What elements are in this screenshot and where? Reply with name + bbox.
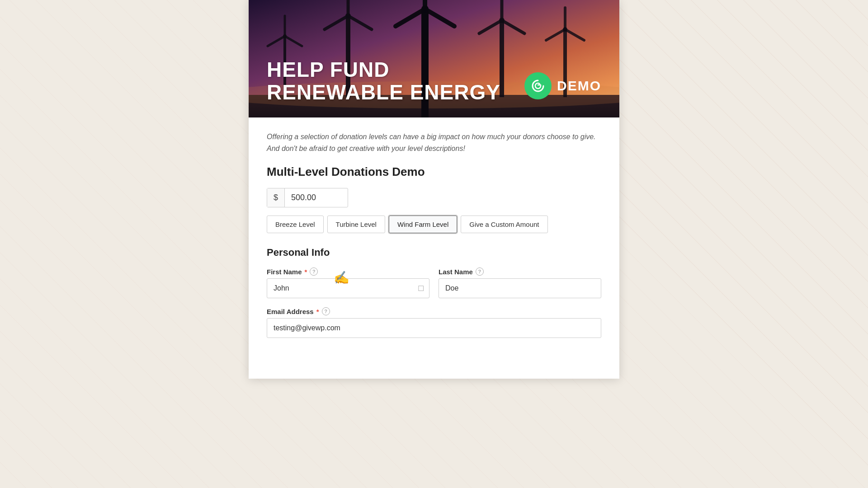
name-row: First Name * ? ☐ Last Name ? <box>267 267 601 298</box>
email-help-icon[interactable]: ? <box>322 307 330 315</box>
first-name-input-wrapper: ☐ <box>267 278 429 298</box>
amount-wrapper: $ <box>267 188 348 207</box>
hero-title-line2: RENEWABLE ENERGY <box>267 81 500 104</box>
hero-banner: HELP FUND RENEWABLE ENERGY DEMO <box>249 0 619 117</box>
first-name-calendar-icon: ☐ <box>418 284 424 293</box>
level-btn-turbine[interactable]: Turbine Level <box>327 216 385 233</box>
email-row: Email Address * ? <box>267 307 601 338</box>
first-name-help-icon[interactable]: ? <box>310 267 318 276</box>
hero-text-block: HELP FUND RENEWABLE ENERGY <box>267 58 500 104</box>
description-text: Offering a selection of donation levels … <box>267 131 601 154</box>
main-container: HELP FUND RENEWABLE ENERGY DEMO Offering… <box>249 0 619 379</box>
demo-badge: DEMO <box>524 72 601 99</box>
first-name-group: First Name * ? ☐ <box>267 267 429 298</box>
form-title: Multi-Level Donations Demo <box>267 165 601 179</box>
email-input[interactable] <box>267 318 601 338</box>
last-name-help-icon[interactable]: ? <box>476 267 484 276</box>
amount-input[interactable] <box>285 188 339 207</box>
first-name-required: * <box>305 268 307 276</box>
givewp-logo-icon <box>530 78 546 94</box>
first-name-input[interactable] <box>267 278 429 298</box>
personal-info-title: Personal Info <box>267 247 601 258</box>
level-btn-custom[interactable]: Give a Custom Amount <box>461 216 547 233</box>
email-group: Email Address * ? <box>267 307 601 338</box>
hero-title-line1: HELP FUND <box>267 58 500 81</box>
demo-label-text: DEMO <box>557 78 601 94</box>
email-required: * <box>316 308 319 315</box>
first-name-label: First Name * ? <box>267 267 429 276</box>
level-btn-wind-farm[interactable]: Wind Farm Level <box>389 216 457 233</box>
last-name-group: Last Name ? <box>439 267 601 298</box>
content-area: Offering a selection of donation levels … <box>249 117 619 361</box>
donation-level-buttons: Breeze Level Turbine Level Wind Farm Lev… <box>267 216 601 233</box>
level-btn-breeze[interactable]: Breeze Level <box>267 216 324 233</box>
givewp-logo <box>524 72 552 99</box>
currency-symbol: $ <box>267 188 285 207</box>
last-name-input[interactable] <box>439 278 601 298</box>
email-label: Email Address * ? <box>267 307 601 315</box>
last-name-label: Last Name ? <box>439 267 601 276</box>
